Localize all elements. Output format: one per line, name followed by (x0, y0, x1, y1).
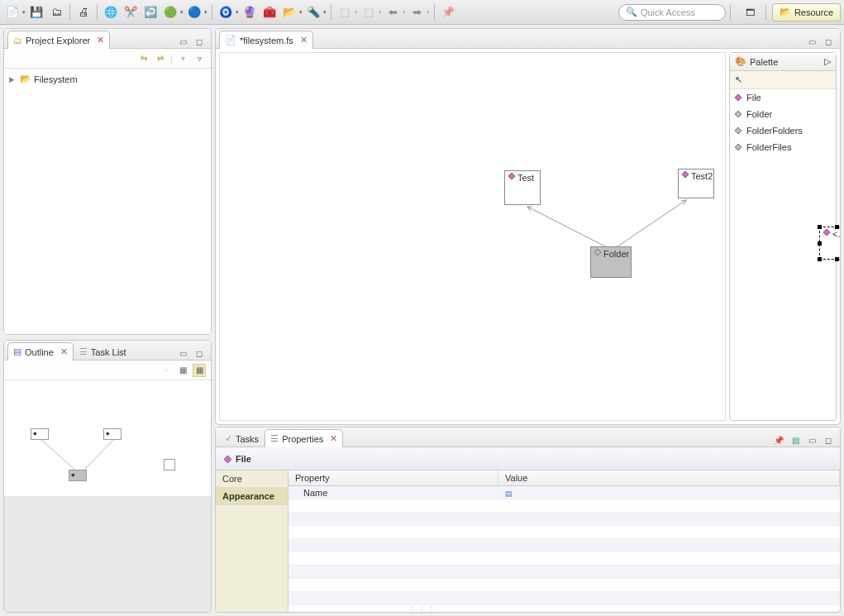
close-icon[interactable]: ✕ (300, 35, 308, 45)
link-editor-button[interactable]: ⇄ (154, 52, 167, 65)
properties-cat-core[interactable]: Core (216, 470, 288, 488)
dropdown-icon[interactable]: ▾ (204, 9, 207, 16)
node-label: Folder (603, 249, 629, 259)
properties-view: ✓ Tasks ☰ Properties ✕ 📌 ▤ ▭ ◻ File (215, 427, 841, 613)
dropdown-icon[interactable]: ▾ (299, 9, 303, 16)
close-icon[interactable]: ✕ (60, 346, 68, 357)
diamond-icon (823, 229, 830, 236)
tasklist-icon: ☰ (79, 346, 88, 357)
maximize-button[interactable]: ◻ (822, 35, 835, 48)
resource-perspective-button[interactable]: 📂 Resource (772, 3, 841, 21)
maximize-button[interactable]: ◻ (193, 35, 206, 48)
tree-item-filesystem[interactable]: ▶ 📂 Filesystem (9, 72, 206, 86)
outline-btn3[interactable]: ▦ (193, 364, 206, 377)
dropdown-icon[interactable]: ▾ (355, 9, 358, 16)
diagram-canvas[interactable]: Test Test2 Folder <...> (219, 52, 726, 421)
tool2-button[interactable]: 🔮 (241, 3, 259, 21)
properties-col-property[interactable]: Property (288, 470, 498, 485)
pin-button[interactable]: 📌 (439, 3, 457, 21)
outline-footer (4, 497, 211, 613)
open-perspective-button[interactable]: 🗔 (741, 3, 760, 21)
view-menu-button[interactable]: ▿ (193, 52, 206, 65)
back-button[interactable]: ⬅ (384, 3, 402, 21)
pin-button[interactable]: 📌 (772, 433, 785, 446)
project-explorer-tab[interactable]: 🗂 Project Explorer ✕ (7, 31, 110, 49)
diagram-node-folder[interactable]: Folder (590, 246, 632, 278)
close-icon[interactable]: ✕ (330, 433, 337, 444)
sash-handle[interactable]: ⋮⋮⋮ (408, 605, 437, 614)
maximize-button[interactable]: ◻ (822, 433, 835, 446)
outline-btn2[interactable]: ▦ (176, 364, 189, 377)
project-explorer-tree[interactable]: ▶ 📂 Filesystem (4, 69, 211, 334)
outline-btn1[interactable]: ◦ (160, 364, 173, 377)
palette-title: Palette (750, 57, 778, 67)
diamond-icon (735, 127, 741, 134)
palette-select-tool[interactable]: ↖ (730, 71, 836, 89)
categories-button[interactable]: ▤ (789, 433, 802, 446)
dropdown-icon[interactable]: ▾ (180, 9, 184, 16)
tasklist-title: Task List (91, 347, 126, 357)
properties-col-value[interactable]: Value (498, 470, 840, 485)
minimize-button[interactable]: ▭ (805, 35, 818, 48)
tool3-button[interactable]: 🧰 (260, 3, 279, 21)
properties-icon: ☰ (270, 433, 279, 444)
tasklist-tab[interactable]: ☰ Task List (74, 342, 132, 361)
palette-item-file[interactable]: File (730, 89, 836, 106)
tool-button[interactable]: 🧿 (217, 3, 235, 21)
dropdown-icon[interactable]: ▾ (403, 9, 406, 16)
run-button[interactable]: 🟢 (161, 3, 179, 21)
dropdown-icon[interactable]: ▾ (236, 9, 239, 16)
save-all-button[interactable]: 🗂 (47, 3, 65, 21)
forward-button[interactable]: ➡ (408, 3, 426, 21)
editor-tab-title: *filesystem.fs (240, 36, 293, 45)
print-button[interactable]: 🖨 (74, 3, 93, 21)
dropdown-icon[interactable]: ▾ (323, 9, 327, 16)
new-button[interactable]: 📄 (3, 3, 21, 21)
minimize-button[interactable]: ▭ (805, 433, 818, 446)
svg-line-1 (83, 440, 113, 471)
dropdown-icon[interactable]: ▾ (427, 9, 430, 16)
outline-node[interactable] (164, 459, 175, 470)
search-icon: 🔍 (626, 7, 637, 17)
maximize-button[interactable]: ◻ (193, 346, 206, 360)
tasks-tab[interactable]: ✓ Tasks (219, 429, 265, 447)
open-button[interactable]: 📂 (280, 3, 298, 21)
outline-tab[interactable]: ▤ Outline ✕ (7, 342, 74, 361)
dropdown-icon[interactable]: ▾ (379, 9, 382, 16)
diagram-node-test2[interactable]: Test2 (678, 169, 714, 198)
diagram-node-test[interactable]: Test (504, 170, 541, 205)
properties-row[interactable]: Name ▤ (288, 486, 840, 499)
diamond-icon (682, 171, 689, 178)
outline-node[interactable]: ◆ (69, 470, 87, 481)
property-value[interactable]: ▤ (498, 486, 840, 499)
outline-canvas[interactable]: ◆ ◆ ◆ (4, 380, 211, 497)
palette-item-folderfolders[interactable]: FolderFolders (730, 122, 836, 139)
outline-node[interactable]: ◆ (103, 428, 122, 440)
cut-button[interactable]: ✂️ (122, 3, 140, 21)
minimize-button[interactable]: ▭ (176, 35, 189, 48)
close-icon[interactable]: ✕ (97, 35, 104, 45)
search-button[interactable]: 🔦 (304, 3, 322, 21)
quick-access-input[interactable]: 🔍 Quick Access (618, 4, 726, 21)
editor-tab[interactable]: 📄 *filesystem.fs ✕ (219, 31, 313, 49)
filter-button[interactable]: ▾ (176, 52, 189, 65)
properties-tab[interactable]: ☰ Properties ✕ (265, 429, 343, 447)
palette-header[interactable]: 🎨 Palette ▷ (730, 53, 836, 71)
minimize-button[interactable]: ▭ (176, 346, 189, 360)
undo-button[interactable]: ↩️ (141, 3, 160, 21)
palette-item-folder[interactable]: Folder (730, 106, 836, 122)
nav2-button[interactable]: ⬚ (360, 3, 378, 21)
diagram-node-new[interactable]: <...> (819, 227, 841, 260)
save-button[interactable]: 💾 (27, 3, 45, 21)
disclosure-icon[interactable]: ▶ (9, 75, 17, 84)
properties-row-empty (288, 526, 840, 539)
chevron-right-icon[interactable]: ▷ (824, 56, 831, 67)
collapse-all-button[interactable]: ⇆ (137, 52, 150, 65)
outline-node[interactable]: ◆ (31, 428, 49, 440)
properties-cat-appearance[interactable]: Appearance (216, 488, 288, 505)
debug-button[interactable]: 🔵 (185, 3, 203, 21)
palette-item-folderfiles[interactable]: FolderFiles (730, 139, 836, 155)
globe-button[interactable]: 🌐 (102, 3, 120, 21)
dropdown-icon[interactable]: ▾ (22, 9, 26, 16)
nav-button[interactable]: ⬚ (336, 3, 354, 21)
